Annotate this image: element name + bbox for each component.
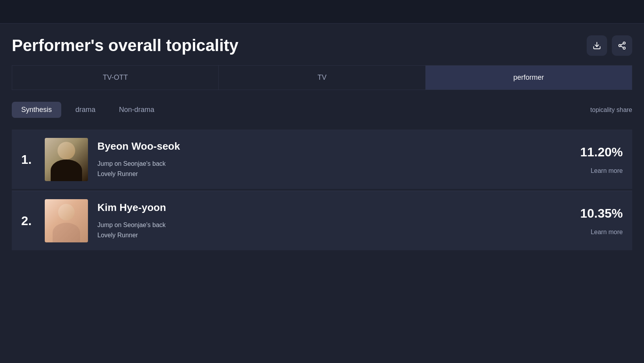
topicality-share-label: topicality share bbox=[590, 106, 632, 114]
header-actions bbox=[587, 35, 632, 56]
rank-2: 2. bbox=[21, 214, 45, 228]
header-row: Performer's overall topicality bbox=[12, 35, 632, 56]
performer-name-1: Byeon Woo-seok bbox=[97, 140, 544, 152]
topicality-1: 11.20% bbox=[580, 145, 623, 160]
performer-right-1: 11.20% Learn more bbox=[544, 145, 623, 174]
performer-right-2: 10.35% Learn more bbox=[544, 206, 623, 236]
share-button[interactable] bbox=[612, 35, 632, 56]
show-1-1: Jump on Seonjae's back bbox=[97, 159, 544, 169]
show-2-1: Jump on Seonjae's back bbox=[97, 220, 544, 230]
performer-shows-1: Jump on Seonjae's back Lovely Runner bbox=[97, 159, 544, 179]
learn-more-1[interactable]: Learn more bbox=[591, 167, 623, 174]
show-2-2: Lovely Runner bbox=[97, 230, 544, 240]
page-title: Performer's overall topicality bbox=[12, 36, 238, 55]
rank-1: 1. bbox=[21, 152, 45, 167]
show-1-2: Lovely Runner bbox=[97, 169, 544, 179]
svg-line-4 bbox=[621, 46, 623, 48]
download-button[interactable] bbox=[587, 35, 607, 56]
performer-info-2: Kim Hye-yoon Jump on Seonjae's back Love… bbox=[97, 202, 544, 240]
performer-card-2: 2. Kim Hye-yoon Jump on Seonjae's back L… bbox=[12, 191, 632, 250]
filter-row: Synthesis drama Non-drama topicality sha… bbox=[12, 98, 632, 122]
avatar-1 bbox=[45, 138, 88, 181]
pill-synthesis[interactable]: Synthesis bbox=[12, 102, 61, 118]
tab-performer[interactable]: performer bbox=[426, 66, 632, 90]
pill-non-drama[interactable]: Non-drama bbox=[110, 102, 164, 118]
pill-drama[interactable]: drama bbox=[66, 102, 105, 118]
tab-tv-ott[interactable]: TV-OTT bbox=[12, 66, 219, 90]
avatar-2 bbox=[45, 199, 88, 242]
performer-info-1: Byeon Woo-seok Jump on Seonjae's back Lo… bbox=[97, 140, 544, 179]
performer-card-1: 1. Byeon Woo-seok Jump on Seonjae's back… bbox=[12, 130, 632, 189]
learn-more-2[interactable]: Learn more bbox=[591, 229, 623, 236]
tab-tv[interactable]: TV bbox=[219, 66, 425, 90]
page-container: Performer's overall topicality bbox=[0, 24, 644, 250]
performer-shows-2: Jump on Seonjae's back Lovely Runner bbox=[97, 220, 544, 240]
top-bar bbox=[0, 0, 644, 24]
svg-line-5 bbox=[621, 44, 623, 45]
filter-pills: Synthesis drama Non-drama bbox=[12, 102, 164, 118]
topicality-2: 10.35% bbox=[580, 206, 623, 221]
tab-bar: TV-OTT TV performer bbox=[12, 65, 632, 90]
performer-name-2: Kim Hye-yoon bbox=[97, 202, 544, 214]
